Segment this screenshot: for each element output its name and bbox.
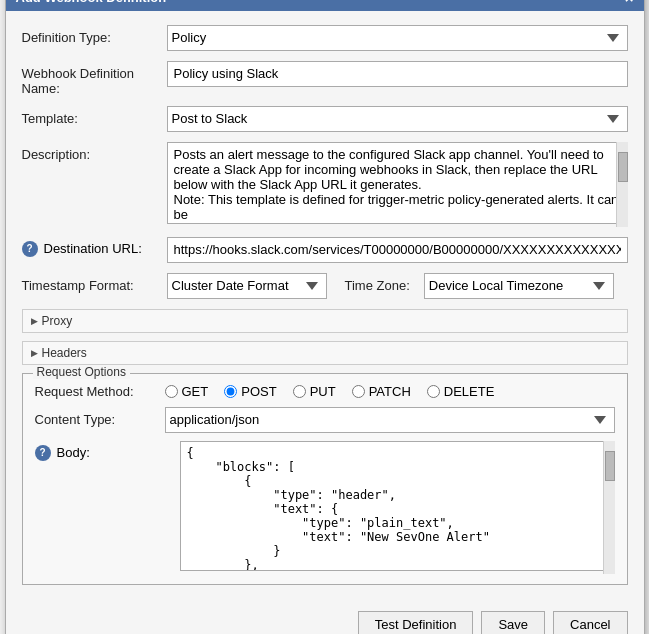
- body-scrollbar: [603, 441, 615, 574]
- description-textarea[interactable]: Posts an alert message to the configured…: [167, 142, 628, 224]
- timestamp-control: Cluster Date Format Unix Timestamp ISO 8…: [167, 273, 628, 299]
- destination-url-help-icon[interactable]: ?: [22, 241, 38, 257]
- description-row: Description: Posts an alert message to t…: [22, 142, 628, 227]
- webhook-name-control: [167, 61, 628, 87]
- scroll-thumb: [618, 152, 628, 182]
- dialog-body: Definition Type: Policy Device Interface…: [6, 11, 644, 603]
- request-options-label: Request Options: [33, 365, 130, 379]
- template-select[interactable]: Post to Slack Post to Teams Custom: [167, 106, 628, 132]
- radio-put[interactable]: PUT: [293, 384, 336, 399]
- body-scroll-thumb: [605, 451, 615, 481]
- timestamp-format-select[interactable]: Cluster Date Format Unix Timestamp ISO 8…: [167, 273, 327, 299]
- radio-post-label: POST: [241, 384, 276, 399]
- webhook-name-label: Webhook DefinitionName:: [22, 61, 167, 96]
- definition-type-control: Policy Device Interface: [167, 25, 628, 51]
- definition-type-label: Definition Type:: [22, 25, 167, 45]
- headers-collapse-icon: ▶: [31, 348, 38, 358]
- radio-get-input[interactable]: [165, 385, 178, 398]
- webhook-name-row: Webhook DefinitionName:: [22, 61, 628, 96]
- radio-patch[interactable]: PATCH: [352, 384, 411, 399]
- body-help-icon[interactable]: ?: [35, 445, 51, 461]
- template-control: Post to Slack Post to Teams Custom: [167, 106, 628, 132]
- body-row: ? Body: { "blocks": [ { "type": "header"…: [35, 441, 615, 574]
- radio-get-label: GET: [182, 384, 209, 399]
- radio-put-label: PUT: [310, 384, 336, 399]
- proxy-section: ▶ Proxy: [22, 309, 628, 333]
- definition-type-select[interactable]: Policy Device Interface: [167, 25, 628, 51]
- radio-post-input[interactable]: [224, 385, 237, 398]
- proxy-collapse-icon: ▶: [31, 316, 38, 326]
- destination-url-control: [167, 237, 628, 263]
- template-label: Template:: [22, 106, 167, 126]
- destination-url-label: Destination URL:: [44, 241, 142, 256]
- proxy-label: Proxy: [42, 314, 73, 328]
- radio-delete-input[interactable]: [427, 385, 440, 398]
- add-webhook-dialog: Add Webhook Definition × Definition Type…: [5, 0, 645, 634]
- radio-patch-input[interactable]: [352, 385, 365, 398]
- request-options-box: Request Options Request Method: GET POST: [22, 373, 628, 585]
- radio-post[interactable]: POST: [224, 384, 276, 399]
- proxy-header[interactable]: ▶ Proxy: [23, 310, 627, 332]
- radio-group: GET POST PUT PATCH: [165, 384, 495, 399]
- headers-label: Headers: [42, 346, 87, 360]
- radio-put-input[interactable]: [293, 385, 306, 398]
- template-row: Template: Post to Slack Post to Teams Cu…: [22, 106, 628, 132]
- save-button[interactable]: Save: [481, 611, 545, 635]
- content-type-label: Content Type:: [35, 412, 165, 427]
- timezone-label: Time Zone:: [345, 278, 410, 293]
- request-method-row: Request Method: GET POST PUT: [35, 384, 615, 399]
- content-type-select[interactable]: application/json application/xml text/pl…: [165, 407, 615, 433]
- test-definition-button[interactable]: Test Definition: [358, 611, 474, 635]
- body-textarea[interactable]: { "blocks": [ { "type": "header", "text"…: [180, 441, 615, 571]
- content-type-control: application/json application/xml text/pl…: [165, 407, 615, 433]
- radio-get[interactable]: GET: [165, 384, 209, 399]
- dialog-titlebar: Add Webhook Definition ×: [6, 0, 644, 11]
- cancel-button[interactable]: Cancel: [553, 611, 627, 635]
- destination-url-row: ? Destination URL:: [22, 237, 628, 263]
- timestamp-format-label: Timestamp Format:: [22, 273, 167, 293]
- timezone-select[interactable]: Device Local Timezone UTC US/Eastern: [424, 273, 614, 299]
- timestamp-timezone-row: Cluster Date Format Unix Timestamp ISO 8…: [167, 273, 628, 299]
- definition-type-row: Definition Type: Policy Device Interface: [22, 25, 628, 51]
- headers-section: ▶ Headers: [22, 341, 628, 365]
- body-control: { "blocks": [ { "type": "header", "text"…: [180, 441, 615, 574]
- content-type-row: Content Type: application/json applicati…: [35, 407, 615, 433]
- dialog-title: Add Webhook Definition: [16, 0, 167, 5]
- destination-url-label-wrap: ? Destination URL:: [22, 237, 167, 257]
- description-label: Description:: [22, 142, 167, 162]
- close-button[interactable]: ×: [625, 0, 634, 5]
- body-label-wrap: ? Body:: [35, 441, 180, 461]
- description-control: Posts an alert message to the configured…: [167, 142, 628, 227]
- radio-delete[interactable]: DELETE: [427, 384, 495, 399]
- dialog-footer: Test Definition Save Cancel: [6, 603, 644, 635]
- radio-delete-label: DELETE: [444, 384, 495, 399]
- timestamp-format-row: Timestamp Format: Cluster Date Format Un…: [22, 273, 628, 299]
- description-scrollbar: [616, 142, 628, 227]
- body-label: Body:: [57, 445, 90, 460]
- headers-header[interactable]: ▶ Headers: [23, 342, 627, 364]
- destination-url-input[interactable]: [167, 237, 628, 263]
- radio-patch-label: PATCH: [369, 384, 411, 399]
- webhook-name-input[interactable]: [167, 61, 628, 87]
- request-method-label: Request Method:: [35, 384, 165, 399]
